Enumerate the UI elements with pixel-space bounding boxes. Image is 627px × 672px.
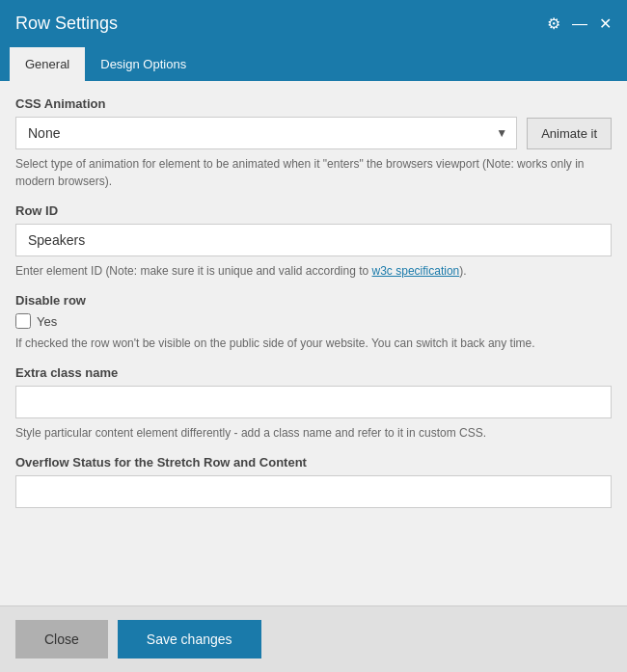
disable-row-section: Disable row Yes If checked the row won't… bbox=[15, 293, 612, 352]
dialog-header: Row Settings ⚙ — ✕ bbox=[0, 0, 627, 47]
row-id-input[interactable] bbox=[15, 224, 612, 256]
dialog-body: CSS Animation None FadeIn SlideIn Bounce… bbox=[0, 81, 627, 605]
dialog-title: Row Settings bbox=[15, 13, 118, 34]
extra-class-input[interactable] bbox=[15, 386, 612, 418]
disable-row-checkbox-label: Yes bbox=[37, 314, 57, 329]
overflow-status-section: Overflow Status for the Stretch Row and … bbox=[15, 455, 612, 508]
close-button[interactable]: Close bbox=[15, 620, 108, 659]
gear-icon[interactable]: ⚙ bbox=[547, 16, 560, 32]
overflow-status-input[interactable] bbox=[15, 475, 612, 508]
css-animation-select[interactable]: None FadeIn SlideIn Bounce bbox=[15, 117, 517, 149]
dialog-footer: Close Save changes bbox=[0, 605, 627, 672]
disable-row-hint: If checked the row won't be visible on t… bbox=[15, 335, 612, 352]
w3c-link[interactable]: w3c specification bbox=[372, 264, 460, 278]
row-settings-dialog: Row Settings ⚙ — ✕ General Design Option… bbox=[0, 0, 627, 672]
row-id-hint-prefix: Enter element ID (Note: make sure it is … bbox=[15, 264, 372, 278]
save-changes-button[interactable]: Save changes bbox=[118, 620, 261, 659]
header-icons: ⚙ — ✕ bbox=[547, 16, 612, 32]
extra-class-section: Extra class name Style particular conten… bbox=[15, 365, 612, 442]
tab-general[interactable]: General bbox=[10, 47, 85, 81]
row-id-hint: Enter element ID (Note: make sure it is … bbox=[15, 262, 612, 280]
row-id-hint-suffix: ). bbox=[459, 264, 466, 278]
tabs-bar: General Design Options bbox=[0, 47, 627, 81]
dialog-body-container: CSS Animation None FadeIn SlideIn Bounce… bbox=[0, 81, 627, 605]
disable-row-checkbox-row: Yes bbox=[15, 313, 612, 329]
minimize-icon[interactable]: — bbox=[572, 16, 587, 32]
css-animation-select-wrapper: None FadeIn SlideIn Bounce ▼ bbox=[15, 117, 517, 149]
extra-class-hint: Style particular content element differe… bbox=[15, 424, 612, 442]
css-animation-label: CSS Animation bbox=[15, 96, 612, 111]
close-icon[interactable]: ✕ bbox=[599, 16, 612, 32]
tab-design-options[interactable]: Design Options bbox=[85, 47, 202, 81]
row-id-label: Row ID bbox=[15, 203, 612, 218]
disable-row-checkbox[interactable] bbox=[15, 313, 31, 329]
css-animation-hint: Select type of animation for element to … bbox=[15, 155, 612, 190]
disable-row-label: Disable row bbox=[15, 293, 612, 308]
overflow-status-label: Overflow Status for the Stretch Row and … bbox=[15, 455, 612, 470]
row-id-section: Row ID Enter element ID (Note: make sure… bbox=[15, 203, 612, 280]
css-animation-row: None FadeIn SlideIn Bounce ▼ Animate it bbox=[15, 117, 612, 149]
animate-it-button[interactable]: Animate it bbox=[527, 118, 612, 149]
css-animation-section: CSS Animation None FadeIn SlideIn Bounce… bbox=[15, 96, 612, 190]
extra-class-label: Extra class name bbox=[15, 365, 612, 380]
